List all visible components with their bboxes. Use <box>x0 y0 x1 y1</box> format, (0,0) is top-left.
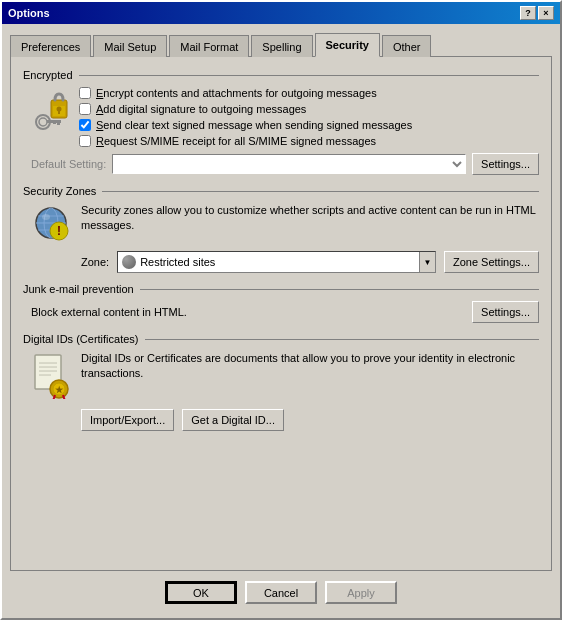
zone-section-inner: ! Security zones allow you to customize … <box>31 203 539 243</box>
zone-dot-icon <box>122 255 136 269</box>
encrypted-settings-button[interactable]: Settings... <box>472 153 539 175</box>
zone-select-inner: Restricted sites <box>118 252 419 272</box>
checkbox-row-3: Send clear text signed message when send… <box>79 119 539 131</box>
bottom-buttons: OK Cancel Apply <box>10 571 552 610</box>
lock-icon <box>31 87 71 147</box>
svg-rect-4 <box>53 120 56 124</box>
encrypted-row: Encrypt contents and attachments for out… <box>31 87 539 147</box>
checkboxes-container: Encrypt contents and attachments for out… <box>79 87 539 147</box>
zone-row: Zone: Restricted sites ▼ Zone Settings..… <box>81 251 539 273</box>
security-zones-section: Security Zones <box>23 185 539 273</box>
zone-label: Zone: <box>81 256 109 268</box>
zone-settings-button[interactable]: Zone Settings... <box>444 251 539 273</box>
globe-svg: ! <box>33 205 69 241</box>
clear-text-checkbox[interactable] <box>79 119 91 131</box>
junk-section: Junk e-mail prevention Block external co… <box>23 283 539 323</box>
encrypted-section-inner: Encrypt contents and attachments for out… <box>23 87 539 175</box>
security-zones-label: Security Zones <box>23 185 539 197</box>
junk-description: Block external content in HTML. <box>31 306 187 318</box>
checkbox-row-4: Request S/MIME receipt for all S/MIME si… <box>79 135 539 147</box>
get-digital-id-button[interactable]: Get a Digital ID... <box>182 409 284 431</box>
ok-button[interactable]: OK <box>165 581 237 604</box>
svg-text:★: ★ <box>55 385 64 395</box>
tab-preferences[interactable]: Preferences <box>10 35 91 57</box>
zone-description: Security zones allow you to customize wh… <box>81 203 539 234</box>
digital-description: Digital IDs or Certificates are document… <box>81 351 539 382</box>
tab-spelling[interactable]: Spelling <box>251 35 312 57</box>
digital-sig-checkbox[interactable] <box>79 103 91 115</box>
encrypted-section: Encrypted <box>23 69 539 175</box>
digital-ids-label: Digital IDs (Certificates) <box>23 333 539 345</box>
close-button[interactable]: × <box>538 6 554 20</box>
zone-select-wrapper[interactable]: Restricted sites ▼ <box>117 251 436 273</box>
window-title: Options <box>8 7 50 19</box>
checkbox-row-1: Encrypt contents and attachments for out… <box>79 87 539 99</box>
tab-security[interactable]: Security <box>315 33 380 57</box>
help-button[interactable]: ? <box>520 6 536 20</box>
junk-inner: Block external content in HTML. Settings… <box>31 301 539 323</box>
request-receipt-checkbox[interactable] <box>79 135 91 147</box>
security-zones-inner: ! Security zones allow you to customize … <box>23 203 539 273</box>
certificate-icon: ★ <box>31 351 71 401</box>
encrypted-section-label: Encrypted <box>23 69 539 81</box>
cert-svg: ★ <box>33 353 69 399</box>
junk-settings-button[interactable]: Settings... <box>472 301 539 323</box>
checkbox-row-2: Add digital signature to outgoing messag… <box>79 103 539 115</box>
svg-point-14 <box>42 214 50 220</box>
svg-rect-8 <box>58 110 60 114</box>
cancel-button[interactable]: Cancel <box>245 581 317 604</box>
junk-section-label: Junk e-mail prevention <box>23 283 539 295</box>
tab-mail-format[interactable]: Mail Format <box>169 35 249 57</box>
digital-inner: ★ Digital IDs or Certificates are docume… <box>31 351 539 401</box>
content-area: Preferences Mail Setup Mail Format Spell… <box>2 24 560 618</box>
apply-button[interactable]: Apply <box>325 581 397 604</box>
svg-rect-3 <box>57 120 60 125</box>
digital-sig-label: Add digital signature to outgoing messag… <box>96 103 306 115</box>
options-window: Options ? × Preferences Mail Setup Mail … <box>0 0 562 620</box>
digital-ids-section: Digital IDs (Certificates) <box>23 333 539 431</box>
title-bar-buttons: ? × <box>520 6 554 20</box>
encrypt-label: Encrypt contents and attachments for out… <box>96 87 377 99</box>
title-bar: Options ? × <box>2 2 560 24</box>
zone-value: Restricted sites <box>140 256 215 268</box>
clear-text-label: Send clear text signed message when send… <box>96 119 412 131</box>
default-setting-select[interactable] <box>112 154 466 174</box>
security-tab-content: Encrypted <box>10 56 552 571</box>
default-setting-row: Default Setting: Settings... <box>31 153 539 175</box>
globe-icon: ! <box>31 203 71 243</box>
tab-mail-setup[interactable]: Mail Setup <box>93 35 167 57</box>
junk-section-inner: Block external content in HTML. Settings… <box>23 301 539 323</box>
request-receipt-label: Request S/MIME receipt for all S/MIME si… <box>96 135 376 147</box>
digital-ids-inner: ★ Digital IDs or Certificates are docume… <box>23 351 539 431</box>
encrypt-checkbox[interactable] <box>79 87 91 99</box>
import-export-button[interactable]: Import/Export... <box>81 409 174 431</box>
tab-other[interactable]: Other <box>382 35 432 57</box>
zone-dropdown-arrow[interactable]: ▼ <box>419 252 435 272</box>
lock-svg <box>33 92 69 142</box>
tab-bar: Preferences Mail Setup Mail Format Spell… <box>10 32 552 57</box>
svg-point-1 <box>39 118 47 126</box>
default-setting-label: Default Setting: <box>31 158 106 170</box>
digital-buttons: Import/Export... Get a Digital ID... <box>81 409 539 431</box>
svg-text:!: ! <box>57 224 61 238</box>
